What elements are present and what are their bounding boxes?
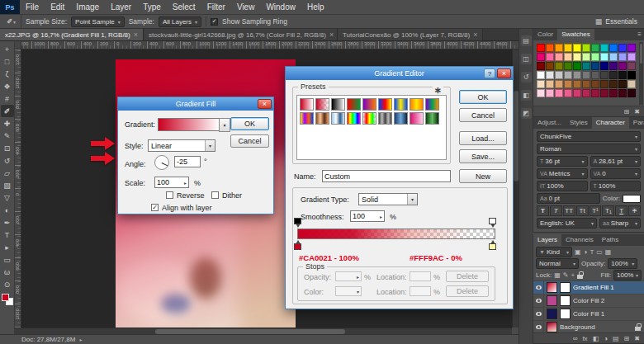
color-swatch[interactable] bbox=[564, 53, 572, 61]
layer-row[interactable]: Color Fill 2 bbox=[533, 295, 644, 308]
text-color-swatch[interactable] bbox=[623, 195, 641, 203]
layer-visibility-toggle[interactable] bbox=[533, 281, 544, 295]
color-swatch[interactable] bbox=[600, 44, 608, 52]
stop-location-input[interactable] bbox=[410, 286, 431, 296]
menu-window[interactable]: Window bbox=[260, 0, 301, 14]
color-swatch[interactable] bbox=[582, 62, 590, 70]
gradient-preset[interactable] bbox=[362, 112, 376, 125]
masks-panel-icon[interactable]: ◧ bbox=[521, 90, 532, 101]
menu-filter[interactable]: Filter bbox=[201, 0, 231, 14]
add-layer-mask-icon[interactable]: ◧ bbox=[593, 335, 599, 342]
horizontal-scale-input[interactable]: T 100% bbox=[590, 181, 642, 191]
new-swatch-icon[interactable]: ⊞ bbox=[624, 108, 630, 115]
horizontal-scrollbar[interactable] bbox=[15, 328, 512, 334]
gradient-preset[interactable] bbox=[378, 112, 392, 125]
color-swatch[interactable] bbox=[537, 71, 545, 79]
superscript-button[interactable]: T¹ bbox=[590, 205, 602, 216]
color-swatch[interactable] bbox=[591, 44, 599, 52]
color-swatch[interactable] bbox=[546, 71, 554, 79]
vertical-scale-input[interactable]: IT 100% bbox=[537, 181, 588, 191]
color-swatch[interactable] bbox=[582, 80, 590, 88]
style-select[interactable]: Linear ▾ bbox=[148, 139, 215, 152]
layer-filter-select[interactable]: ▼ Kind ▾ bbox=[536, 247, 572, 257]
lock-transparency-icon[interactable]: ▦ bbox=[554, 271, 561, 279]
eyedropper-tool[interactable]: ✐ bbox=[1, 105, 14, 117]
color-swatch[interactable] bbox=[609, 80, 618, 88]
color-swatch[interactable] bbox=[564, 89, 572, 97]
color-swatch[interactable] bbox=[591, 53, 599, 61]
color-swatch[interactable] bbox=[609, 44, 618, 52]
color-swatch[interactable] bbox=[582, 71, 590, 79]
color-swatch[interactable] bbox=[537, 62, 545, 70]
blur-tool[interactable]: ▽ bbox=[1, 191, 14, 204]
gradient-preset[interactable] bbox=[378, 98, 392, 111]
color-swatch[interactable] bbox=[618, 89, 627, 97]
gradient-preset[interactable] bbox=[331, 112, 345, 125]
language-select[interactable]: English: UK ▾ bbox=[537, 218, 597, 229]
opacity-stop-left[interactable] bbox=[294, 218, 301, 224]
tab-close-icon[interactable]: × bbox=[329, 31, 334, 39]
stop-color-swatch[interactable]: ▾ bbox=[335, 286, 362, 296]
new-group-icon[interactable]: ▤ bbox=[613, 335, 619, 342]
layer-thumbnail[interactable] bbox=[547, 282, 557, 293]
chevron-right-icon[interactable]: ▸ bbox=[184, 180, 187, 186]
tab-adjustments[interactable]: Adjust... bbox=[533, 117, 566, 129]
gradient-preset[interactable] bbox=[315, 98, 329, 111]
font-style-select[interactable]: Roman ▾ bbox=[537, 144, 641, 154]
underline-button[interactable]: T bbox=[615, 205, 627, 216]
color-swatch[interactable] bbox=[627, 71, 636, 79]
color-swatch[interactable] bbox=[627, 44, 636, 52]
align-with-layer-checkbox[interactable]: ✓ bbox=[151, 204, 159, 211]
new-layer-icon[interactable]: ⊞ bbox=[624, 335, 630, 342]
color-stop-right[interactable] bbox=[489, 243, 496, 250]
gradient-preset[interactable] bbox=[362, 98, 376, 111]
color-swatch[interactable] bbox=[573, 44, 581, 52]
color-swatch[interactable] bbox=[537, 44, 545, 52]
color-swatch-control[interactable] bbox=[2, 294, 13, 305]
all-caps-button[interactable]: TT bbox=[563, 205, 575, 216]
menu-edit[interactable]: Edit bbox=[45, 0, 70, 14]
gradient-preset[interactable] bbox=[331, 98, 345, 111]
strikethrough-button[interactable]: T bbox=[628, 205, 641, 216]
angle-input[interactable]: -25 bbox=[174, 156, 201, 167]
kerning-select[interactable]: VA Metrics ▾ bbox=[537, 168, 588, 179]
cancel-button[interactable]: Cancel bbox=[230, 134, 269, 148]
color-swatch[interactable] bbox=[555, 62, 563, 70]
color-swatch[interactable] bbox=[564, 71, 572, 79]
menu-type[interactable]: Type bbox=[137, 0, 167, 14]
color-swatch[interactable] bbox=[600, 71, 608, 79]
color-stop-left[interactable] bbox=[294, 243, 301, 250]
color-swatch[interactable] bbox=[555, 53, 563, 61]
tab-close-icon[interactable]: × bbox=[473, 31, 477, 39]
gradient-ramp[interactable] bbox=[297, 229, 495, 239]
leading-select[interactable]: A 28,61 pt ▾ bbox=[590, 156, 642, 167]
menu-image[interactable]: Image bbox=[70, 0, 105, 14]
color-swatch[interactable] bbox=[564, 80, 572, 88]
histogram-panel-icon[interactable]: ◫ bbox=[521, 54, 532, 64]
color-swatch[interactable] bbox=[609, 53, 618, 61]
healing-brush-tool[interactable]: ✚ bbox=[1, 117, 14, 130]
rectangular-marquee-tool[interactable]: □ bbox=[1, 55, 14, 68]
filter-adjustment-layers-icon[interactable]: ◑ bbox=[584, 248, 588, 256]
gradient-preset[interactable] bbox=[394, 112, 408, 125]
tab-character[interactable]: Character bbox=[592, 117, 629, 129]
lock-position-icon[interactable]: + bbox=[571, 271, 575, 279]
gradient-editor-titlebar[interactable]: Gradient Editor ? × bbox=[286, 67, 513, 80]
gradient-preset[interactable] bbox=[425, 112, 439, 125]
gradient-preview[interactable] bbox=[158, 118, 220, 131]
color-swatch[interactable] bbox=[537, 89, 545, 97]
color-swatch[interactable] bbox=[591, 71, 599, 79]
close-button[interactable]: × bbox=[258, 99, 272, 109]
gradient-preset[interactable] bbox=[425, 98, 439, 111]
gradient-preset[interactable] bbox=[300, 112, 314, 125]
color-swatch[interactable] bbox=[627, 80, 636, 88]
color-swatch[interactable] bbox=[573, 71, 581, 79]
tab-layers[interactable]: Layers bbox=[533, 234, 561, 246]
chevron-right-icon[interactable]: ▸ bbox=[380, 214, 382, 219]
lasso-tool[interactable]: ζ bbox=[1, 68, 14, 80]
menu-help[interactable]: Help bbox=[301, 0, 330, 14]
layer-thumbnail[interactable] bbox=[547, 322, 557, 332]
delete-stop-button[interactable]: Delete bbox=[446, 285, 489, 297]
color-swatch[interactable] bbox=[618, 53, 627, 61]
load-button[interactable]: Load... bbox=[459, 131, 507, 145]
